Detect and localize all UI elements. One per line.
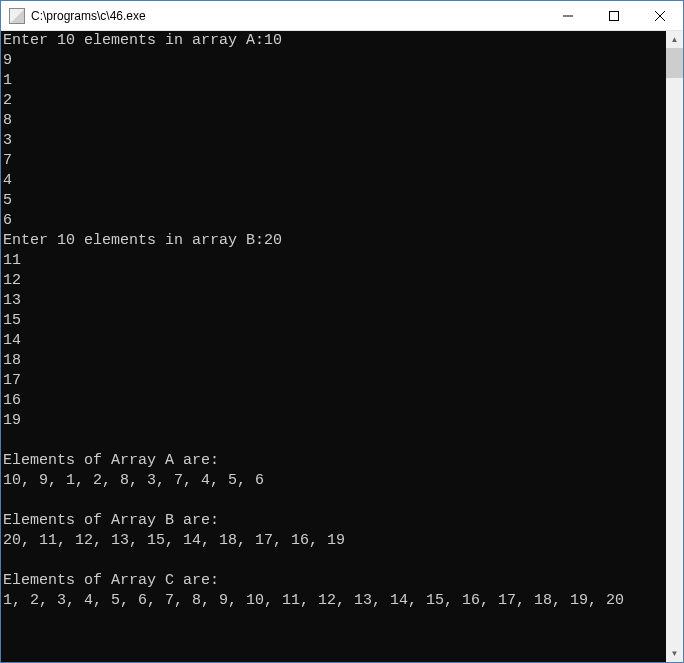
console-line: 18 [3, 351, 664, 371]
maximize-icon [609, 11, 619, 21]
console-line: 1, 2, 3, 4, 5, 6, 7, 8, 9, 10, 11, 12, 1… [3, 591, 664, 611]
app-icon [9, 8, 25, 24]
content-area: Enter 10 elements in array A:10912837456… [1, 31, 683, 662]
console-line: Elements of Array C are: [3, 571, 664, 591]
scroll-track[interactable] [666, 48, 683, 645]
console-line: 9 [3, 51, 664, 71]
console-line: 3 [3, 131, 664, 151]
console-line: Elements of Array B are: [3, 511, 664, 531]
console-line: 2 [3, 91, 664, 111]
console-line: Enter 10 elements in array A:10 [3, 31, 664, 51]
minimize-icon [563, 11, 573, 21]
scroll-up-arrow[interactable]: ▲ [666, 31, 683, 48]
close-button[interactable] [637, 1, 683, 30]
svg-rect-1 [610, 11, 619, 20]
console-output[interactable]: Enter 10 elements in array A:10912837456… [1, 31, 666, 662]
console-line: 12 [3, 271, 664, 291]
minimize-button[interactable] [545, 1, 591, 30]
console-window: C:\programs\c\46.exe Enter 10 elements i… [0, 0, 684, 663]
console-line: 7 [3, 151, 664, 171]
console-line: Enter 10 elements in array B:20 [3, 231, 664, 251]
console-line: 17 [3, 371, 664, 391]
scroll-down-arrow[interactable]: ▼ [666, 645, 683, 662]
console-line [3, 491, 664, 511]
vertical-scrollbar[interactable]: ▲ ▼ [666, 31, 683, 662]
console-line: 5 [3, 191, 664, 211]
scroll-thumb[interactable] [666, 48, 683, 78]
close-icon [655, 11, 665, 21]
window-controls [545, 1, 683, 30]
console-line: 19 [3, 411, 664, 431]
maximize-button[interactable] [591, 1, 637, 30]
console-line: 1 [3, 71, 664, 91]
console-line: 11 [3, 251, 664, 271]
window-title: C:\programs\c\46.exe [31, 9, 545, 23]
console-line [3, 551, 664, 571]
console-line: 14 [3, 331, 664, 351]
titlebar[interactable]: C:\programs\c\46.exe [1, 1, 683, 31]
console-line: 10, 9, 1, 2, 8, 3, 7, 4, 5, 6 [3, 471, 664, 491]
console-line: Elements of Array A are: [3, 451, 664, 471]
console-line [3, 431, 664, 451]
console-line: 8 [3, 111, 664, 131]
console-line: 15 [3, 311, 664, 331]
console-line: 4 [3, 171, 664, 191]
console-line: 6 [3, 211, 664, 231]
console-line: 13 [3, 291, 664, 311]
console-line: 20, 11, 12, 13, 15, 14, 18, 17, 16, 19 [3, 531, 664, 551]
console-line: 16 [3, 391, 664, 411]
